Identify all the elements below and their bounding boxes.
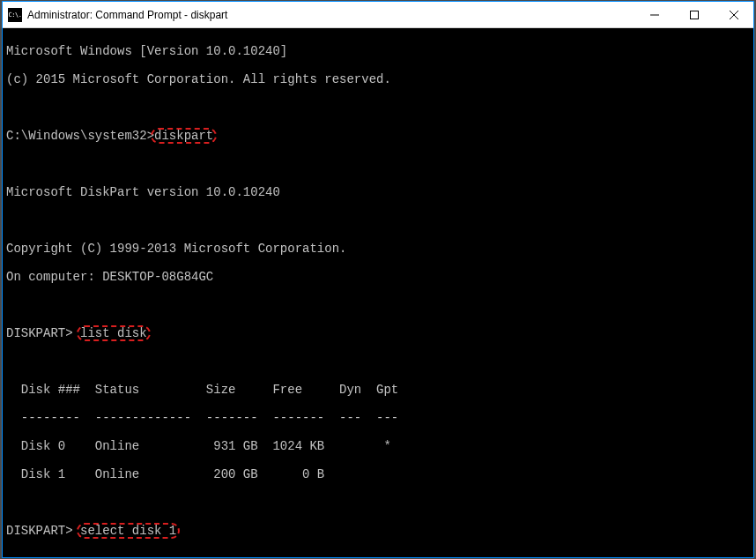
term-line: DISKPART> select disk 1 [6,524,750,538]
minimize-button[interactable] [634,2,674,27]
term-line: C:\Windows\system32>diskpart [6,129,750,143]
table-header: Disk ### Status Size Free Dyn Gpt [6,383,750,397]
close-button[interactable] [714,2,753,27]
term-line: On computer: DESKTOP-08G84GC [6,270,750,284]
term-line: DISKPART> list disk [6,326,750,340]
maximize-icon [690,11,699,19]
term-line: Copyright (C) 1999-2013 Microsoft Corpor… [6,242,750,256]
diskpart-prompt: DISKPART> [6,326,73,340]
terminal-output[interactable]: Microsoft Windows [Version 10.0.10240] (… [3,28,753,557]
close-icon [730,11,738,19]
term-line: Microsoft Windows [Version 10.0.10240] [6,44,750,58]
svg-rect-1 [690,11,698,19]
term-line: (c) 2015 Microsoft Corporation. All righ… [6,72,750,86]
window-title: Administrator: Command Prompt - diskpart [27,9,634,21]
app-icon-text: C:\. [9,11,22,19]
maximize-button[interactable] [674,2,714,27]
command-prompt-window: C:\. Administrator: Command Prompt - dis… [2,1,754,558]
table-row: Disk 1 Online 200 GB 0 B [6,467,750,481]
command-list-disk: list disk [80,326,147,340]
prompt-path: C:\Windows\system32> [6,129,154,143]
minimize-icon [650,11,659,19]
table-row: Disk 0 Online 931 GB 1024 KB * [6,439,750,453]
command-select-disk: select disk 1 [80,524,176,538]
diskpart-prompt: DISKPART> [6,524,73,538]
titlebar[interactable]: C:\. Administrator: Command Prompt - dis… [3,2,753,28]
command-diskpart: diskpart [154,129,213,143]
table-divider: -------- ------------- ------- ------- -… [6,411,750,425]
term-line: Microsoft DiskPart version 10.0.10240 [6,185,750,199]
window-controls [634,2,753,27]
app-icon: C:\. [8,8,22,22]
